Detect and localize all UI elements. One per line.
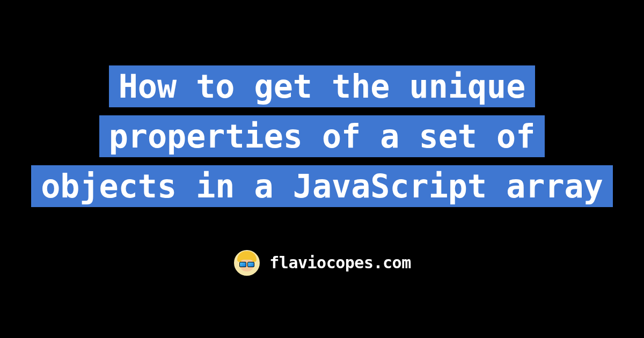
footer: flaviocopes.com	[233, 249, 411, 277]
site-name: flaviocopes.com	[269, 253, 411, 272]
article-title: How to get the unique properties of a se…	[31, 65, 613, 207]
article-title-container: How to get the unique properties of a se…	[27, 62, 617, 211]
avatar-icon	[233, 249, 261, 277]
